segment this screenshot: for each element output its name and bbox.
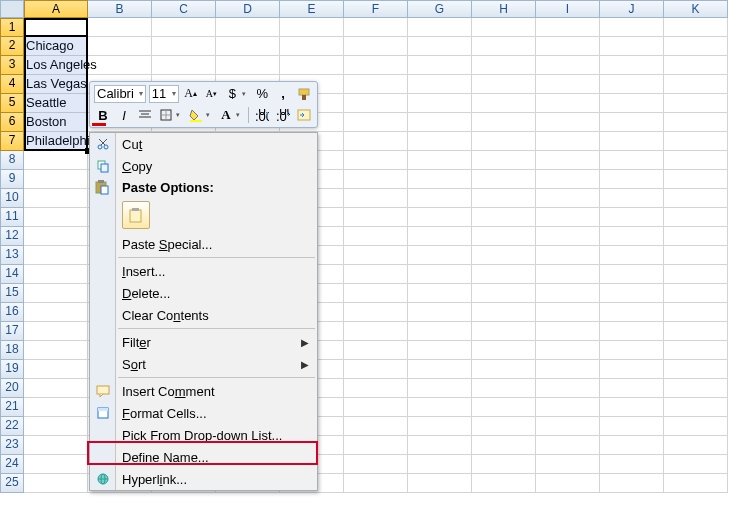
cell-F5[interactable] xyxy=(344,94,408,113)
cell-K12[interactable] xyxy=(664,227,728,246)
cell-K22[interactable] xyxy=(664,417,728,436)
column-header-J[interactable]: J xyxy=(600,0,664,18)
cell-K14[interactable] xyxy=(664,265,728,284)
cell-I24[interactable] xyxy=(536,455,600,474)
cell-H13[interactable] xyxy=(472,246,536,265)
cell-D1[interactable] xyxy=(216,18,280,37)
cell-J7[interactable] xyxy=(600,132,664,151)
cell-G5[interactable] xyxy=(408,94,472,113)
cell-J12[interactable] xyxy=(600,227,664,246)
borders-icon[interactable] xyxy=(157,106,175,124)
cell-F22[interactable] xyxy=(344,417,408,436)
cell-H8[interactable] xyxy=(472,151,536,170)
cell-B2[interactable] xyxy=(88,37,152,56)
cell-F14[interactable] xyxy=(344,265,408,284)
cell-E1[interactable] xyxy=(280,18,344,37)
cell-G2[interactable] xyxy=(408,37,472,56)
cell-K16[interactable] xyxy=(664,303,728,322)
cell-I22[interactable] xyxy=(536,417,600,436)
cell-I7[interactable] xyxy=(536,132,600,151)
cell-A14[interactable] xyxy=(24,265,88,284)
percent-icon[interactable]: % xyxy=(253,85,271,103)
paste-default-button[interactable] xyxy=(122,201,150,229)
cell-H12[interactable] xyxy=(472,227,536,246)
column-header-H[interactable]: H xyxy=(472,0,536,18)
menu-paste-special[interactable]: Paste Special... xyxy=(90,233,317,255)
cell-E2[interactable] xyxy=(280,37,344,56)
font-name-select[interactable]: Calibri▾ xyxy=(94,85,146,103)
menu-define-name[interactable]: Define Name... xyxy=(90,446,317,468)
cell-I12[interactable] xyxy=(536,227,600,246)
comma-style-icon[interactable]: , xyxy=(274,85,292,103)
cell-A9[interactable] xyxy=(24,170,88,189)
cell-F3[interactable] xyxy=(344,56,408,75)
cell-G1[interactable] xyxy=(408,18,472,37)
cell-K5[interactable] xyxy=(664,94,728,113)
cell-H16[interactable] xyxy=(472,303,536,322)
cell-F7[interactable] xyxy=(344,132,408,151)
currency-icon[interactable]: $ xyxy=(223,85,241,103)
cell-G7[interactable] xyxy=(408,132,472,151)
cell-F19[interactable] xyxy=(344,360,408,379)
menu-cut[interactable]: Cut xyxy=(90,133,317,155)
cell-J15[interactable] xyxy=(600,284,664,303)
cell-J17[interactable] xyxy=(600,322,664,341)
cell-K1[interactable] xyxy=(664,18,728,37)
cell-D3[interactable] xyxy=(216,56,280,75)
cell-A17[interactable] xyxy=(24,322,88,341)
cell-A23[interactable] xyxy=(24,436,88,455)
cell-H19[interactable] xyxy=(472,360,536,379)
cell-H2[interactable] xyxy=(472,37,536,56)
cell-I11[interactable] xyxy=(536,208,600,227)
cell-H11[interactable] xyxy=(472,208,536,227)
cell-G11[interactable] xyxy=(408,208,472,227)
cell-C2[interactable] xyxy=(152,37,216,56)
font-size-select[interactable]: 11▾ xyxy=(149,85,179,103)
cell-K6[interactable] xyxy=(664,113,728,132)
cell-B3[interactable] xyxy=(88,56,152,75)
cell-F21[interactable] xyxy=(344,398,408,417)
cell-J16[interactable] xyxy=(600,303,664,322)
cell-G9[interactable] xyxy=(408,170,472,189)
row-header-6[interactable]: 6 xyxy=(0,113,24,132)
cell-J9[interactable] xyxy=(600,170,664,189)
row-header-19[interactable]: 19 xyxy=(0,360,24,379)
row-header-25[interactable]: 25 xyxy=(0,474,24,493)
cell-G6[interactable] xyxy=(408,113,472,132)
cell-G13[interactable] xyxy=(408,246,472,265)
font-color-icon[interactable]: A xyxy=(217,106,235,124)
cell-A6[interactable]: Boston xyxy=(24,113,88,132)
cell-G14[interactable] xyxy=(408,265,472,284)
cell-K2[interactable] xyxy=(664,37,728,56)
format-painter-icon[interactable] xyxy=(295,85,313,103)
row-header-23[interactable]: 23 xyxy=(0,436,24,455)
cell-F16[interactable] xyxy=(344,303,408,322)
cell-G16[interactable] xyxy=(408,303,472,322)
menu-format-cells[interactable]: Format Cells... xyxy=(90,402,317,424)
cell-F12[interactable] xyxy=(344,227,408,246)
cell-I14[interactable] xyxy=(536,265,600,284)
cell-K13[interactable] xyxy=(664,246,728,265)
cell-J5[interactable] xyxy=(600,94,664,113)
cell-H14[interactable] xyxy=(472,265,536,284)
row-header-21[interactable]: 21 xyxy=(0,398,24,417)
cell-A2[interactable]: Chicago xyxy=(24,37,88,56)
cell-A12[interactable] xyxy=(24,227,88,246)
cell-F23[interactable] xyxy=(344,436,408,455)
row-header-2[interactable]: 2 xyxy=(0,37,24,56)
cell-K7[interactable] xyxy=(664,132,728,151)
dropdown-arrow-icon[interactable]: ▾ xyxy=(242,90,250,98)
cell-A11[interactable] xyxy=(24,208,88,227)
cell-C3[interactable] xyxy=(152,56,216,75)
cell-J14[interactable] xyxy=(600,265,664,284)
menu-sort[interactable]: Sort▶ xyxy=(90,353,317,375)
cell-F18[interactable] xyxy=(344,341,408,360)
cell-A13[interactable] xyxy=(24,246,88,265)
row-header-4[interactable]: 4 xyxy=(0,75,24,94)
cell-A3[interactable]: Los Angeles xyxy=(24,56,88,75)
cell-A1[interactable]: New York xyxy=(24,18,88,37)
cell-K23[interactable] xyxy=(664,436,728,455)
row-header-18[interactable]: 18 xyxy=(0,341,24,360)
menu-filter[interactable]: Filter▶ xyxy=(90,331,317,353)
bold-icon[interactable]: B xyxy=(94,106,112,124)
